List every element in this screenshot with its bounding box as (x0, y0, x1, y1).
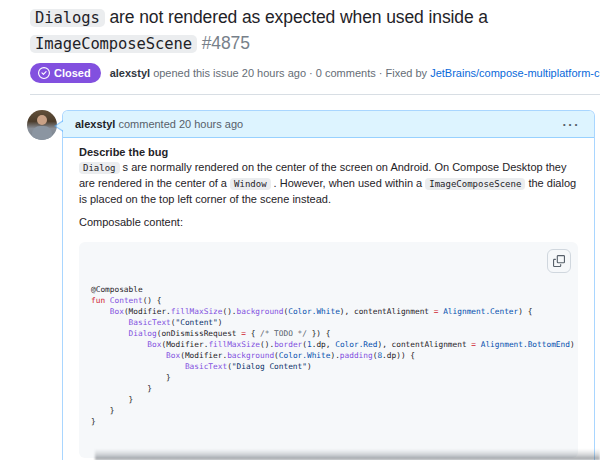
code-content: @Composablefun Content() { Box(Modifier.… (91, 284, 566, 427)
issue-state-badge[interactable]: Closed (30, 63, 101, 83)
timeline-comment: alexstyl commented 20 hours ago ··· Desc… (27, 110, 600, 460)
fixed-by-pr-link[interactable]: JetBrains/compose-multiplatform-core#137… (430, 67, 600, 79)
issue-title: Dialogs are not rendered as expected whe… (0, 0, 575, 57)
comment-header: alexstyl commented 20 hours ago ··· (63, 111, 594, 138)
issue-opened-text: opened this issue 20 hours ago (153, 67, 306, 79)
issue-state-label: Closed (54, 68, 91, 79)
meta-separator-1: · (309, 67, 313, 79)
issue-number: #4875 (202, 33, 250, 53)
fixed-by-text: Fixed by (386, 67, 428, 79)
issue-author-link[interactable]: alexstyl (110, 67, 150, 79)
issue-meta-row: Closed alexstyl opened this issue 20 hou… (30, 63, 600, 83)
inline-code: Window (230, 178, 271, 190)
kebab-menu-icon[interactable]: ··· (561, 118, 583, 131)
issue-title-text: Dialogs are not rendered as expected whe… (30, 7, 488, 53)
comment-box: alexstyl commented 20 hours ago ··· Desc… (62, 110, 595, 460)
comment-timestamp: commented 20 hours ago (118, 118, 243, 130)
comment-body: Describe the bug Dialog s are normally r… (63, 138, 594, 460)
meta-separator-2: · (379, 67, 383, 79)
bug-description-paragraph: Describe the bug Dialog s are normally r… (79, 145, 578, 207)
comment-header-text: alexstyl commented 20 hours ago (75, 118, 243, 130)
describe-bug-heading: Describe the bug (79, 146, 168, 158)
bug-description-text: Dialog s are normally rendered on the ce… (79, 161, 576, 205)
inline-code: Dialog (79, 162, 120, 174)
inline-code: ImageComposeScene (30, 35, 197, 53)
issue-comments-count: 0 comments (316, 67, 376, 79)
copy-button[interactable] (547, 249, 571, 273)
composable-content-label: Composable content: (79, 215, 578, 230)
comment-author-link[interactable]: alexstyl (75, 118, 115, 130)
copy-icon (553, 255, 565, 267)
avatar[interactable] (27, 110, 57, 140)
inline-code: Dialogs (30, 9, 105, 27)
header-divider (30, 94, 600, 95)
issue-meta-text: alexstyl opened this issue 20 hours ago … (110, 67, 600, 79)
issue-closed-icon (38, 67, 50, 79)
comment-caret-fill (56, 121, 64, 131)
inline-code: ImageComposeScene (425, 178, 525, 190)
code-block-composable: @Composablefun Content() { Box(Modifier.… (79, 242, 578, 458)
